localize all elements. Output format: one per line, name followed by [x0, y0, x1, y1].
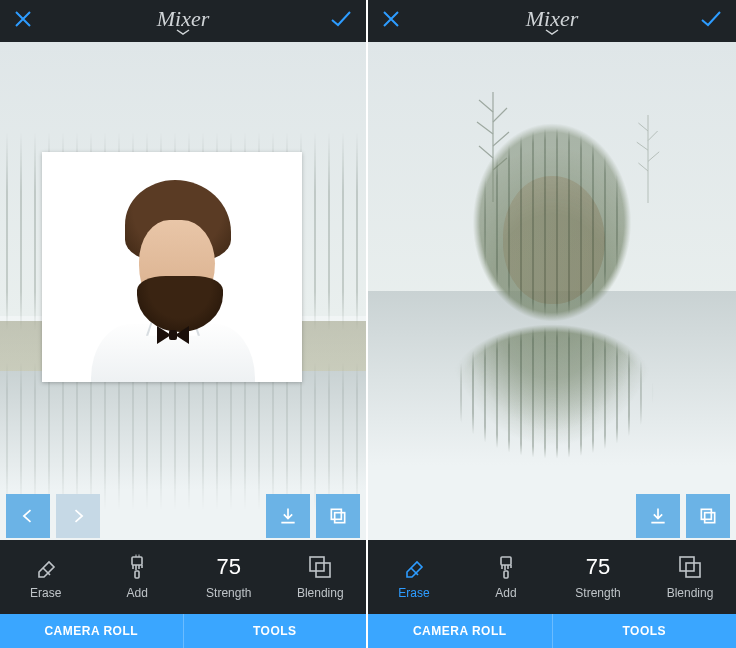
svg-rect-4 — [310, 557, 324, 571]
eraser-icon — [33, 554, 59, 580]
cancel-button[interactable] — [382, 10, 400, 32]
svg-rect-8 — [501, 557, 511, 565]
tool-label: Strength — [206, 586, 251, 600]
layers-button[interactable] — [316, 494, 360, 538]
canvas-utility-row — [0, 490, 366, 540]
tab-label: TOOLS — [253, 624, 297, 638]
tool-blending[interactable]: Blending — [275, 540, 367, 614]
top-bar: Mixer — [0, 0, 366, 42]
screen-title[interactable]: Mixer — [157, 6, 210, 32]
strength-value: 75 — [586, 554, 610, 580]
svg-rect-7 — [705, 513, 715, 523]
tab-camera-roll[interactable]: CAMERA ROLL — [368, 614, 552, 648]
svg-rect-2 — [132, 557, 142, 565]
tool-strength[interactable]: 75 Strength — [552, 540, 644, 614]
svg-rect-3 — [135, 571, 139, 578]
bottom-tabs: CAMERA ROLL TOOLS — [0, 614, 366, 648]
canvas-utility-row — [368, 490, 736, 540]
svg-rect-11 — [686, 563, 700, 577]
confirm-button[interactable] — [700, 10, 722, 32]
tool-label: Strength — [575, 586, 620, 600]
tool-add[interactable]: Add — [460, 540, 552, 614]
bottom-tabs: CAMERA ROLL TOOLS — [368, 614, 736, 648]
cancel-button[interactable] — [14, 10, 32, 32]
portrait-illustration — [77, 172, 267, 382]
screen-title[interactable]: Mixer — [526, 6, 579, 32]
editor-canvas[interactable] — [0, 42, 366, 540]
tool-blending[interactable]: Blending — [644, 540, 736, 614]
svg-rect-1 — [335, 513, 345, 523]
layers-button[interactable] — [686, 494, 730, 538]
eraser-icon — [401, 554, 427, 580]
chevron-down-icon[interactable] — [176, 29, 190, 39]
tool-erase[interactable]: Erase — [0, 540, 92, 614]
confirm-button[interactable] — [330, 10, 352, 32]
svg-rect-6 — [701, 509, 711, 519]
brush-icon — [124, 554, 150, 580]
chevron-down-icon[interactable] — [545, 29, 559, 39]
tool-label: Blending — [667, 586, 714, 600]
tab-camera-roll[interactable]: CAMERA ROLL — [0, 614, 183, 648]
svg-rect-0 — [331, 509, 341, 519]
editor-canvas[interactable] — [368, 42, 736, 540]
screen-before: Mixer — [0, 0, 368, 648]
svg-rect-5 — [316, 563, 330, 577]
tab-tools[interactable]: TOOLS — [552, 614, 737, 648]
strength-value: 75 — [217, 554, 241, 580]
tool-add[interactable]: Add — [92, 540, 184, 614]
tab-label: CAMERA ROLL — [413, 624, 507, 638]
screen-after: Mixer — [368, 0, 736, 648]
redo-button — [56, 494, 100, 538]
import-button[interactable] — [266, 494, 310, 538]
brush-icon — [493, 554, 519, 580]
blending-icon — [677, 554, 703, 580]
import-button[interactable] — [636, 494, 680, 538]
tool-label: Add — [495, 586, 516, 600]
tool-label: Add — [127, 586, 148, 600]
blending-icon — [307, 554, 333, 580]
svg-rect-10 — [680, 557, 694, 571]
tools-bar: Erase Add 75 Strength Blend — [0, 540, 366, 614]
tab-label: TOOLS — [622, 624, 666, 638]
undo-button[interactable] — [6, 494, 50, 538]
tab-label: CAMERA ROLL — [44, 624, 138, 638]
blended-portrait — [407, 104, 697, 474]
background-reflection — [0, 361, 366, 510]
tool-label: Blending — [297, 586, 344, 600]
tool-label: Erase — [398, 586, 429, 600]
tool-erase[interactable]: Erase — [368, 540, 460, 614]
tools-bar: Erase Add 75 Strength Blending — [368, 540, 736, 614]
overlay-photo[interactable] — [42, 152, 302, 382]
tool-label: Erase — [30, 586, 61, 600]
svg-rect-9 — [504, 571, 508, 578]
tool-strength[interactable]: 75 Strength — [183, 540, 275, 614]
top-bar: Mixer — [368, 0, 736, 42]
tab-tools[interactable]: TOOLS — [183, 614, 367, 648]
